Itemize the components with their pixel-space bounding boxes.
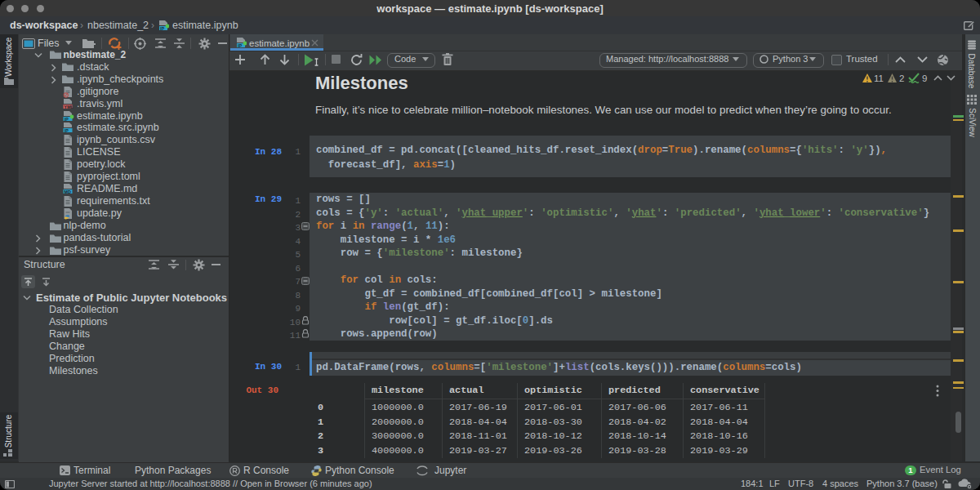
svg-text:YML: YML [65,104,74,109]
svg-text:IP: IP [65,128,69,133]
svg-text:MD: MD [65,189,71,194]
svg-text:IP: IP [238,43,243,48]
svg-text:IP: IP [65,116,69,121]
svg-text:IP: IP [160,26,165,31]
